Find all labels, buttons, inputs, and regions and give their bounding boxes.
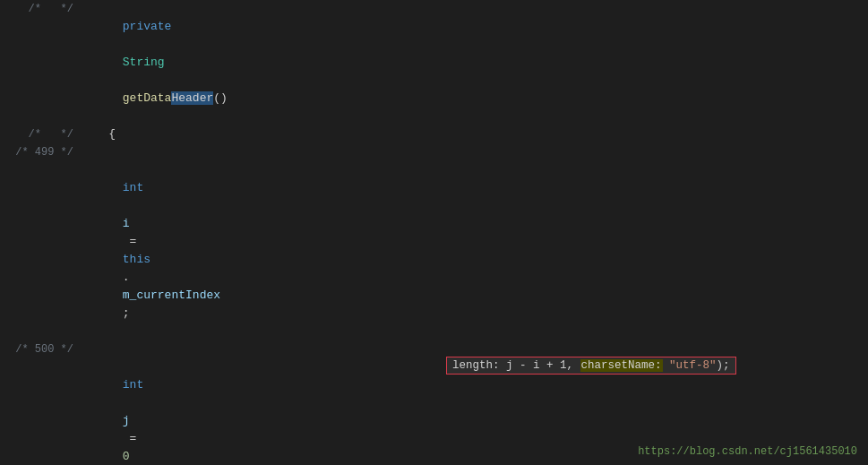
param-hint-tooltip: length: j - i + 1, charsetName: "utf-8")… xyxy=(446,357,736,375)
line-meta-1: /* */ xyxy=(0,0,81,18)
line-content-1: private String getDataHeader() xyxy=(81,0,868,125)
param-hint-space xyxy=(663,359,670,372)
code-line-2: /* */ { xyxy=(0,125,868,143)
code-editor: /* */ private String getDataHeader() /* … xyxy=(0,0,868,465)
line-meta-500: /* 500 */ xyxy=(0,340,81,358)
bottom-url: https://blog.csdn.net/cj1561435010 xyxy=(638,445,857,458)
fn-get: get xyxy=(123,91,143,105)
param-hint-before: length: j - i + 1, xyxy=(452,359,580,372)
param-hint-active: charsetName: xyxy=(580,359,663,372)
code-line-499: /* 499 */ int i = this . m_currentIndex … xyxy=(0,143,868,340)
keyword-private: private xyxy=(123,20,172,33)
param-hint-value: "utf-8" xyxy=(669,359,717,372)
fn-header: Header xyxy=(171,91,213,105)
line-meta-2: /* */ xyxy=(0,125,81,143)
fn-data: Data xyxy=(143,91,171,105)
line-content-2: { xyxy=(81,125,868,143)
punct: () xyxy=(213,91,228,105)
param-hint-close: ); xyxy=(717,359,730,372)
line-meta-499: /* 499 */ xyxy=(0,143,81,161)
line-content-499: int i = this . m_currentIndex ; xyxy=(81,143,868,340)
code-line-1: /* */ private String getDataHeader() xyxy=(0,0,868,125)
type-string: String xyxy=(123,56,165,69)
